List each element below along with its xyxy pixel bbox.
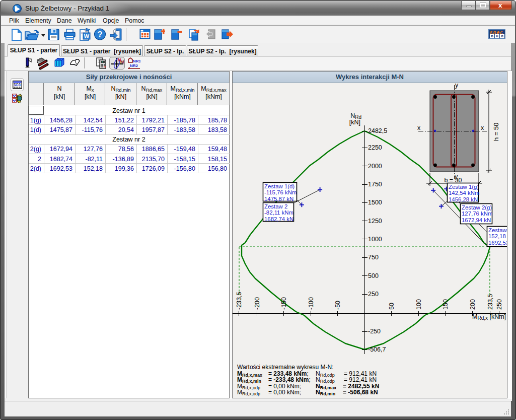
svg-text:50: 50 — [388, 303, 395, 310]
svg-text:1250: 1250 — [368, 218, 382, 225]
svg-text:2000: 2000 — [368, 163, 382, 170]
svg-text:M=N: M=N — [14, 84, 21, 87]
svg-text:NR2: NR2 — [130, 63, 138, 68]
svg-text:2482,5: 2482,5 — [368, 127, 387, 134]
svg-text:152,18 kNm: 152,18 kNm — [488, 233, 507, 239]
svg-text:-250: -250 — [233, 297, 234, 310]
svg-text:-506,7: -506,7 — [368, 346, 386, 353]
svg-text:1456,28 kN: 1456,28 kN — [449, 196, 478, 202]
svg-text:-100: -100 — [308, 297, 315, 310]
svg-text:-82,11 kNm: -82,11 kNm — [264, 209, 293, 216]
svg-text:-150: -150 — [280, 297, 287, 310]
svg-text:x: x — [481, 124, 484, 131]
svg-text:?: ? — [97, 30, 102, 39]
svg-text:1750: 1750 — [368, 181, 382, 188]
svg-text:M: M — [120, 59, 124, 64]
svg-text:[kN]: [kN] — [349, 119, 360, 126]
svg-text:W: W — [84, 33, 90, 39]
svg-text:Zestaw 2(g): Zestaw 2(g) — [462, 204, 492, 211]
svg-text:250: 250 — [496, 299, 503, 310]
svg-text:100: 100 — [415, 299, 422, 310]
svg-text:-233,5: -233,5 — [236, 292, 243, 310]
svg-text:500: 500 — [368, 272, 379, 279]
svg-text:h = 50: h = 50 — [492, 122, 500, 141]
svg-text:2250: 2250 — [368, 144, 382, 151]
svg-text:1672,94 kN: 1672,94 kN — [462, 217, 491, 223]
svg-text:Zestaw 2(d): Zestaw 2(d) — [488, 227, 507, 233]
svg-text:-250: -250 — [368, 328, 381, 335]
svg-text:x: x — [417, 124, 421, 131]
svg-text:-50: -50 — [334, 301, 341, 310]
svg-text:Zestaw 2: Zestaw 2 — [264, 203, 287, 209]
svg-text:1692,53 kN: 1692,53 kN — [488, 240, 507, 246]
svg-text:1500: 1500 — [368, 199, 382, 206]
svg-text:y: y — [455, 83, 459, 89]
svg-text:127,76 kNm: 127,76 kNm — [462, 211, 492, 217]
svg-text:1000: 1000 — [368, 236, 382, 243]
svg-text:Zestaw 1(g): Zestaw 1(g) — [449, 184, 479, 190]
svg-text:150: 150 — [442, 299, 449, 310]
svg-text:233,5: 233,5 — [487, 294, 494, 310]
svg-text:250: 250 — [368, 291, 379, 298]
svg-text:1682,74 kN: 1682,74 kN — [264, 216, 293, 222]
svg-text:MRd,x [kNm]: MRd,x [kNm] — [472, 313, 506, 321]
svg-text:142,54 kNm: 142,54 kNm — [449, 190, 479, 196]
svg-text:NR1: NR1 — [133, 59, 140, 63]
svg-text:-115,76 kNm: -115,76 kNm — [264, 189, 297, 195]
svg-text:Zestaw 1(d): Zestaw 1(d) — [264, 183, 294, 189]
svg-text:200: 200 — [469, 299, 476, 310]
svg-text:-200: -200 — [254, 297, 261, 310]
svg-text:750: 750 — [368, 254, 379, 261]
svg-text:1475,87 kN: 1475,87 kN — [264, 196, 293, 202]
